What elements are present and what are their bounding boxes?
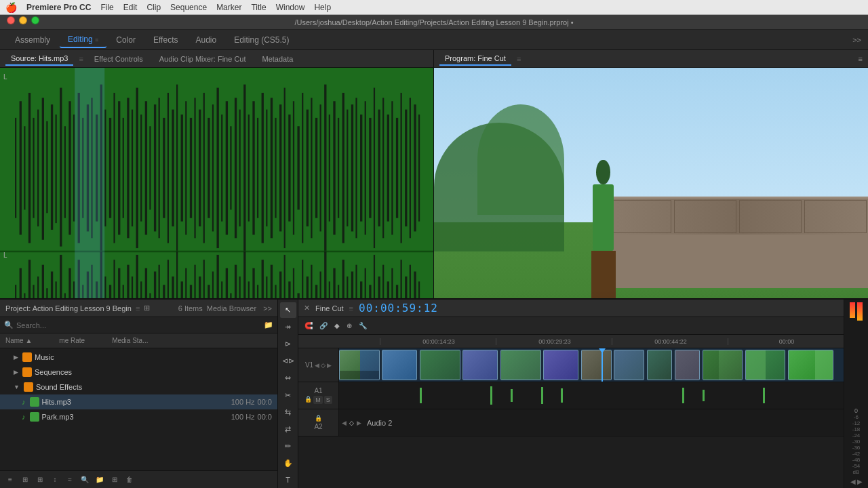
metadata-tab[interactable]: Metadata [257, 53, 299, 65]
app-name: Premiere Pro CC [26, 3, 91, 12]
ripple-edit-tool-btn[interactable]: ⊳ [280, 336, 296, 352]
menu-title[interactable]: Title [251, 3, 266, 12]
tl-snap-btn[interactable]: 🧲 [302, 321, 315, 331]
timeline-close-btn[interactable]: ✕ [304, 304, 310, 312]
list-item[interactable]: ▶ Sequences [0, 365, 277, 380]
automate-btn[interactable]: ≈ [64, 474, 76, 486]
tab-editing[interactable]: Editing ≡ [60, 32, 106, 48]
razor-tool-btn[interactable]: ✂ [280, 387, 296, 403]
find-btn[interactable]: 🔍 [79, 474, 91, 486]
media-browser-tab[interactable]: Media Browser [207, 304, 256, 312]
meter-scroll-left-btn[interactable]: ◀ [850, 478, 856, 485]
tl-add-marker-btn[interactable]: ⊕ [344, 321, 354, 331]
svg-rect-64 [302, 93, 303, 243]
svg-rect-5 [37, 110, 39, 226]
list-item[interactable]: ▼ Sound Effects [0, 380, 277, 394]
menu-file[interactable]: File [100, 3, 113, 12]
a1-solo-btn[interactable]: S [324, 396, 332, 404]
source-title-tab[interactable]: Source: Hits.mp3 [5, 52, 73, 66]
svg-rect-33 [163, 118, 165, 218]
video-clip-1[interactable] [339, 350, 380, 380]
project-search-input[interactable] [16, 321, 261, 329]
maximize-button[interactable] [31, 16, 39, 24]
selection-tool-btn[interactable]: ↖ [280, 302, 296, 318]
more-workspaces-button[interactable]: >> [852, 36, 861, 44]
a1-lock-icon[interactable]: 🔒 [304, 396, 312, 404]
rate-stretch-tool-btn[interactable]: ⇔ [280, 370, 296, 386]
video-clip-13[interactable] [788, 350, 833, 380]
video-clip-12[interactable] [745, 350, 786, 380]
effect-controls-tab[interactable]: Effect Controls [89, 53, 149, 65]
hand-tool-btn[interactable]: ✋ [280, 455, 296, 471]
slip-tool-btn[interactable]: ⇆ [280, 405, 296, 420]
svg-rect-68 [320, 104, 321, 231]
tab-effects[interactable]: Effects [145, 33, 186, 47]
freeform-view-btn[interactable]: ⊞ [34, 474, 46, 486]
menu-help[interactable]: Help [314, 3, 331, 12]
svg-rect-28 [140, 115, 142, 222]
video-clip-2[interactable] [382, 350, 417, 380]
new-bin-btn[interactable]: 📁 [94, 474, 106, 486]
program-title[interactable]: Program: Fine Cut [439, 52, 511, 66]
project-panel-more[interactable]: >> [263, 304, 272, 312]
meter-label-0: 0 [854, 407, 858, 414]
minimize-button[interactable] [19, 16, 27, 24]
menu-sequence[interactable]: Sequence [170, 3, 207, 12]
sort-btn[interactable]: ↕ [49, 474, 61, 486]
timeline-tracks: V1 ◀ ◇ ▶ [298, 348, 844, 488]
menu-window[interactable]: Window [276, 3, 305, 12]
timeline-ruler: 00:00:14:23 00:00:29:23 00:00:44:22 00:0… [298, 335, 844, 348]
folder-arrow-icon: ▶ [14, 369, 18, 375]
v1-sync-icon[interactable]: ◇ [321, 362, 326, 369]
list-view-btn[interactable]: ≡ [4, 474, 16, 486]
tl-marker-btn[interactable]: ◆ [332, 321, 342, 331]
list-item[interactable]: ♪ Hits.mp3 100 Hz 00:0 [0, 394, 277, 409]
project-panel-settings[interactable]: ⊞ [144, 304, 150, 312]
a2-nav-right[interactable]: ▶ [357, 420, 361, 426]
video-clip-8[interactable] [614, 350, 644, 380]
tl-wrench-btn[interactable]: 🔧 [357, 321, 369, 331]
tl-link-btn[interactable]: 🔗 [317, 321, 330, 331]
v1-nav-right[interactable]: ▶ [327, 362, 332, 369]
video-clip-5[interactable] [500, 350, 541, 380]
hits-mp3-name: Hits.mp3 [42, 398, 212, 406]
new-item-btn[interactable]: ⊞ [108, 474, 121, 486]
a2-nav-left[interactable]: ◀ [342, 420, 347, 426]
program-panel-menu[interactable]: ≡ [859, 55, 863, 63]
menu-marker[interactable]: Marker [216, 3, 241, 12]
video-clip-6[interactable] [543, 350, 578, 380]
audio-marker-4 [541, 387, 543, 404]
a2-lock-icon[interactable]: 🔒 [315, 415, 322, 422]
meter-scroll-right-btn[interactable]: ▶ [857, 478, 863, 485]
tab-audio[interactable]: Audio [187, 33, 224, 47]
meter-label-12: -12 [852, 420, 861, 426]
video-clip-9[interactable] [647, 350, 672, 380]
video-clip-10[interactable] [675, 350, 700, 380]
slide-tool-btn[interactable]: ⇄ [280, 422, 296, 437]
audio-clip-mixer-tab[interactable]: Audio Clip Mixer: Fine Cut [154, 53, 252, 65]
tab-assembly[interactable]: Assembly [7, 33, 58, 47]
menu-clip[interactable]: Clip [146, 3, 161, 12]
type-tool-btn[interactable]: T [280, 472, 296, 488]
pen-tool-btn[interactable]: ✏ [280, 439, 296, 454]
tab-color[interactable]: Color [108, 33, 144, 47]
video-clip-11[interactable] [703, 350, 743, 380]
icon-view-btn[interactable]: ⊞ [19, 474, 31, 486]
video-clip-3[interactable] [420, 350, 460, 380]
svg-rect-41 [199, 110, 201, 226]
v1-nav-left[interactable]: ◀ [315, 362, 319, 369]
close-button[interactable] [7, 16, 15, 24]
tab-editing-cs55[interactable]: Editing (CS5.5) [226, 33, 297, 47]
file-tree: ▶ Music ▶ Sequences ▼ Sound Effects ♪ Hi… [0, 348, 277, 470]
audio-marker-3 [511, 389, 513, 403]
a1-mute-btn[interactable]: M [313, 396, 323, 404]
menu-edit[interactable]: Edit [123, 3, 138, 12]
video-clip-4[interactable] [462, 350, 498, 380]
video-clip-7[interactable] [581, 350, 612, 380]
rolling-edit-tool-btn[interactable]: ⊲⊳ [280, 353, 296, 369]
new-bin-icon[interactable]: 📁 [264, 321, 273, 329]
track-select-tool-btn[interactable]: ↠ [280, 319, 296, 335]
list-item[interactable]: ▶ Music [0, 350, 277, 365]
delete-btn[interactable]: 🗑 [123, 474, 136, 486]
list-item[interactable]: ♪ Park.mp3 100 Hz 00:0 [0, 409, 277, 424]
